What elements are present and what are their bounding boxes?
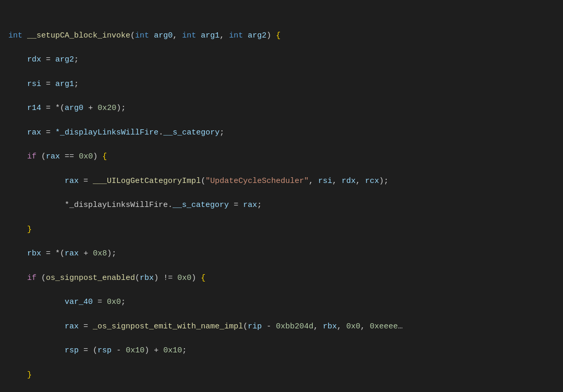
- code-line-9: }: [8, 224, 555, 236]
- code-line-11: if (os_signpost_enabled(rbx) != 0x0) {: [8, 272, 555, 284]
- code-line-1: int __setupCA_block_invoke(int arg0, int…: [8, 30, 555, 42]
- code-line-5: rax = *_displayLinksWillFire.__s_categor…: [8, 127, 555, 139]
- code-line-6: if (rax == 0x0) {: [8, 151, 555, 163]
- code-line-13: rax = _os_signpost_emit_with_name_impl(r…: [8, 321, 555, 333]
- code-line-15: }: [8, 369, 555, 381]
- code-line-7: rax = ___UILogGetCategoryImpl("UpdateCyc…: [8, 175, 555, 187]
- code-line-14: rsp = (rsp - 0x10) + 0x10;: [8, 345, 555, 357]
- code-line-12: var_40 = 0x0;: [8, 296, 555, 308]
- code-line-2: rdx = arg2;: [8, 54, 555, 66]
- code-line-3: rsi = arg1;: [8, 78, 555, 90]
- code-line-8: *_displayLinksWillFire.__s_category = ra…: [8, 199, 555, 211]
- code-editor: int __setupCA_block_invoke(int arg0, int…: [0, 0, 563, 392]
- code-line-4: r14 = *(arg0 + 0x20);: [8, 102, 555, 114]
- code-line-10: rbx = *(rax + 0x8);: [8, 248, 555, 260]
